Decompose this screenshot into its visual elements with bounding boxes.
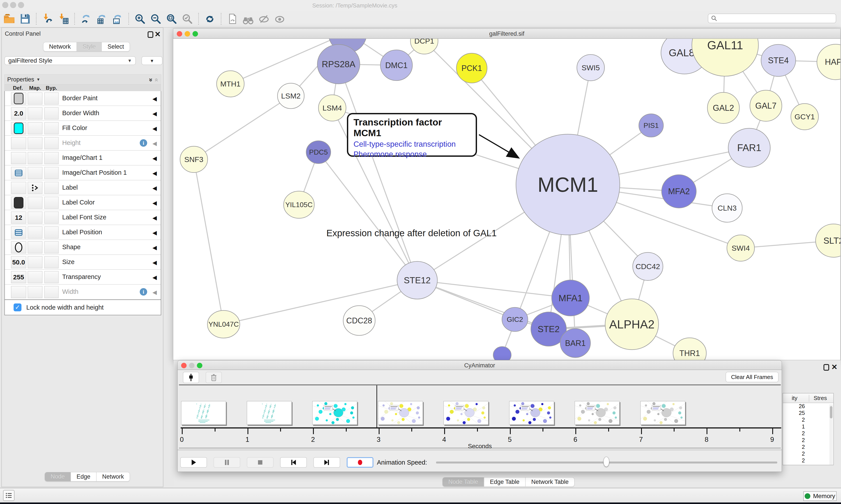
table-row[interactable]: 1 [783, 424, 833, 430]
network-canvas[interactable]: RPS28AMTH1LSM2LSM4DMC1DCP1PCK1SWI5GAL80G… [173, 39, 840, 360]
expand-row-icon[interactable]: ◀ [153, 110, 157, 117]
timeline-ruler[interactable] [181, 427, 781, 429]
tab-edge[interactable]: Edge [71, 472, 96, 481]
def-value-cell[interactable] [11, 227, 26, 239]
play-button[interactable] [180, 457, 207, 468]
zoom-fit-button[interactable] [165, 12, 178, 25]
expand-row-icon[interactable]: ◀ [153, 185, 157, 192]
node-NODE_B[interactable] [493, 346, 511, 360]
tab-style[interactable]: Style [76, 42, 102, 51]
frame-thumbnail-6[interactable] [575, 401, 620, 425]
animation-speed-thumb[interactable] [603, 457, 609, 467]
float-panel-icon[interactable] [148, 31, 153, 38]
tab-select[interactable]: Select [102, 42, 130, 51]
window-close-icon[interactable] [2, 2, 8, 8]
info-icon[interactable]: i [140, 288, 147, 295]
def-value-cell[interactable] [11, 286, 26, 298]
timeline-playhead[interactable] [376, 385, 377, 428]
close-panel-icon[interactable]: ✕ [155, 31, 161, 38]
edge-RPS28A-STE12[interactable] [339, 64, 417, 280]
def-value-cell[interactable] [11, 182, 26, 194]
def-value-cell[interactable]: 2.0 [11, 107, 26, 120]
property-row-image-chart-position-1[interactable]: Image/Chart Position 1◀ [5, 165, 161, 180]
column-header-stres[interactable]: Stres [813, 395, 827, 401]
map-value-cell[interactable] [28, 271, 42, 283]
byp-value-cell[interactable] [44, 212, 59, 224]
byp-value-cell[interactable] [44, 241, 59, 254]
window-minimize-icon[interactable] [10, 2, 16, 8]
style-selector[interactable]: galFiltered Style ▼ [4, 56, 136, 65]
zoom-in-button[interactable] [133, 12, 146, 25]
find-button[interactable] [241, 12, 255, 25]
map-value-cell[interactable] [28, 152, 42, 164]
expand-row-icon[interactable]: ◀ [153, 274, 157, 281]
frame-thumbnail-2[interactable] [312, 401, 357, 425]
tab-node[interactable]: Node [45, 472, 71, 481]
map-value-cell[interactable] [28, 92, 42, 105]
apply-layout-button[interactable] [203, 12, 216, 25]
properties-header[interactable]: Properties ▼ » « [4, 74, 161, 85]
byp-value-cell[interactable] [44, 122, 59, 134]
tab-network[interactable]: Network [43, 42, 76, 51]
expand-row-icon[interactable]: ◀ [153, 259, 157, 266]
export-network-button[interactable] [79, 12, 92, 25]
edge-SNF3-YNL047C[interactable] [194, 159, 223, 324]
tab-edge-table[interactable]: Edge Table [484, 478, 525, 486]
property-row-image-chart-1[interactable]: Image/Chart 1◀ [5, 151, 161, 165]
capture-frame-button[interactable] [183, 372, 199, 383]
map-value-cell[interactable] [28, 197, 42, 209]
property-row-label-position[interactable]: Label Position◀ [5, 225, 161, 240]
record-button[interactable] [347, 457, 373, 468]
network-window-titlebar[interactable]: galFiltered.sif [173, 29, 840, 39]
frame-thumbnail-5[interactable] [509, 401, 554, 425]
save-session-button[interactable] [18, 12, 32, 25]
table-scrollbar[interactable] [829, 404, 833, 465]
zoom-out-button[interactable] [149, 12, 162, 25]
frame-thumbnail-3[interactable] [378, 401, 423, 425]
map-value-cell[interactable] [28, 137, 42, 149]
annotation-box[interactable]: Transcription factor MCM1 Cell-type-spec… [347, 113, 477, 157]
column-header-ity[interactable]: ity [792, 395, 798, 401]
map-value-cell[interactable] [28, 286, 42, 298]
table-row[interactable]: 2 [783, 451, 833, 457]
export-image-button[interactable] [111, 12, 124, 25]
def-value-cell[interactable] [11, 167, 26, 179]
byp-value-cell[interactable] [44, 152, 59, 164]
property-row-transparency[interactable]: 255Transparency◀ [5, 270, 161, 285]
def-value-cell[interactable] [11, 241, 26, 254]
map-value-cell[interactable] [28, 122, 42, 134]
tab-network-bottom[interactable]: Network [96, 472, 130, 481]
def-value-cell[interactable]: 255 [11, 271, 26, 283]
frame-thumbnail-4[interactable] [444, 401, 488, 425]
def-value-cell[interactable] [11, 122, 26, 134]
property-row-shape[interactable]: Shape◀ [5, 240, 161, 255]
def-value-cell[interactable] [11, 197, 26, 209]
table-row[interactable]: 26 [783, 403, 833, 410]
edge-PDC5-STE12[interactable] [319, 152, 417, 280]
memory-button[interactable]: Memory [803, 491, 837, 501]
info-icon[interactable]: i [140, 139, 147, 147]
cyanimator-titlebar[interactable]: CyAnimator [178, 360, 782, 370]
hide-selected-button[interactable] [257, 12, 270, 25]
expand-row-icon[interactable]: ◀ [153, 125, 157, 132]
frame-thumbnail-7[interactable] [640, 401, 685, 425]
map-value-cell[interactable] [28, 212, 42, 224]
expand-row-icon[interactable]: ◀ [153, 200, 157, 206]
map-value-cell[interactable] [28, 227, 42, 239]
property-row-border-paint[interactable]: Border Paint◀ [5, 91, 161, 106]
previous-frame-button[interactable] [280, 457, 307, 468]
property-row-height[interactable]: Heighti◀ [5, 136, 161, 151]
property-row-label-color[interactable]: Label Color◀ [5, 195, 161, 210]
delete-frame-button[interactable] [205, 372, 222, 383]
byp-value-cell[interactable] [44, 137, 59, 149]
def-value-cell[interactable] [11, 137, 26, 149]
byp-value-cell[interactable] [44, 227, 59, 239]
map-value-cell[interactable] [28, 241, 42, 254]
export-table-button[interactable] [95, 12, 108, 25]
byp-value-cell[interactable] [44, 256, 59, 268]
expand-row-icon[interactable]: ◀ [153, 95, 157, 102]
property-row-border-width[interactable]: 2.0Border Width◀ [5, 106, 161, 121]
lock-size-checkbox[interactable]: ✓ [14, 303, 21, 311]
def-value-cell[interactable]: 50.0 [11, 256, 26, 268]
expand-row-icon[interactable]: ◀ [153, 289, 157, 296]
